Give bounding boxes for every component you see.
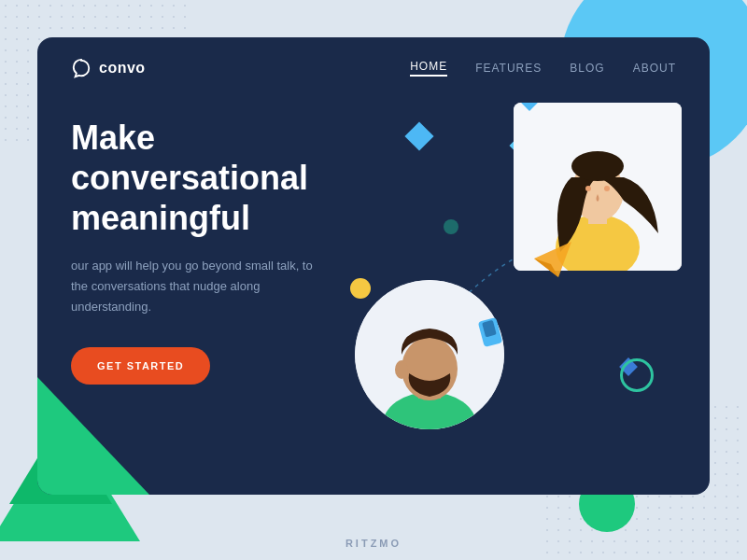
footer-brand: RITZMO [345,538,402,549]
svg-point-6 [571,151,624,181]
deco-circle-teal [620,358,654,392]
cta-button[interactable]: GET STARTED [71,347,210,385]
logo-icon [71,58,92,78]
logo-text: convo [99,60,146,77]
hero-title: Make conversational meaningful [71,118,349,239]
main-card: convo HOME FEATURES BLOG ABOUT Make conv… [37,37,710,495]
svg-point-7 [585,186,591,191]
nav-features[interactable]: FEATURES [475,62,542,75]
logo: convo [71,58,146,78]
hero-subtitle: our app will help you go beyond small ta… [71,256,332,317]
nav-about[interactable]: ABOUT [633,62,676,75]
nav-blog[interactable]: BLOG [570,62,604,75]
deco-dot-teal [444,219,458,234]
navbar: convo HOME FEATURES BLOG ABOUT [37,37,710,99]
page-background: RITZMO convo HOME FEATURES BLOG ABOUT Ma… [0,0,747,560]
hero-content: Make conversational meaningful our app w… [37,99,383,403]
paper-plane-icon [532,238,573,279]
nav-home[interactable]: HOME [410,60,447,77]
svg-point-8 [604,186,610,191]
nav-links: HOME FEATURES BLOG ABOUT [410,60,676,77]
svg-point-13 [395,360,408,379]
diamond-blue-large [404,121,433,150]
